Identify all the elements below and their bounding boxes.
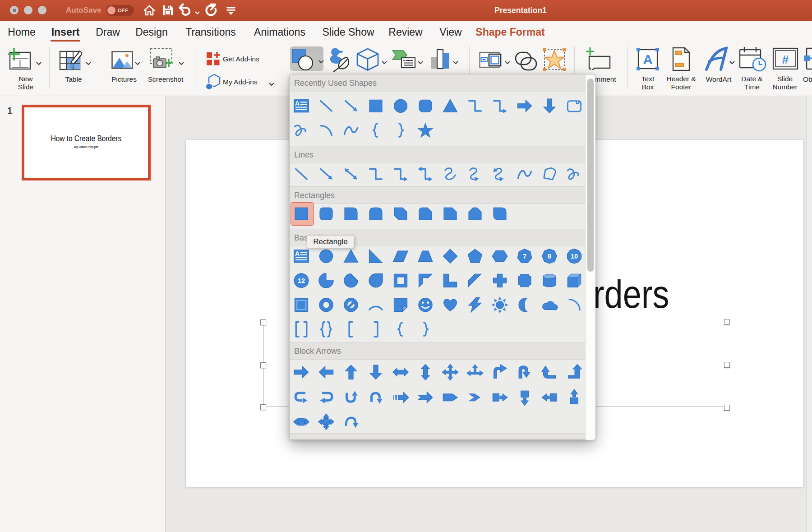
- svg-text:A: A: [295, 100, 300, 107]
- svg-text:10: 10: [571, 253, 578, 260]
- svg-text:12: 12: [298, 277, 305, 284]
- svg-text:A: A: [643, 52, 653, 67]
- svg-text:8: 8: [548, 253, 551, 260]
- svg-text:7: 7: [523, 253, 526, 260]
- svg-text:#: #: [782, 53, 789, 66]
- svg-text:A: A: [295, 250, 300, 257]
